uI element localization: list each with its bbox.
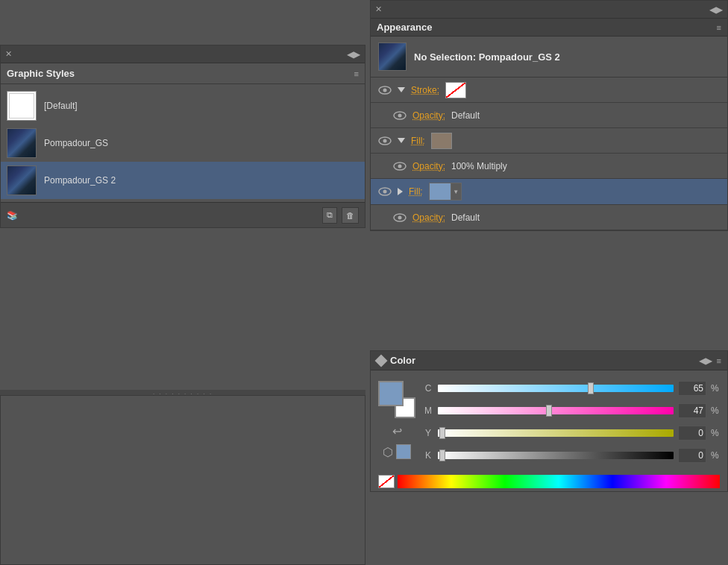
- color-panel: Color ◀▶ ≡ ↩ ⬡ C: [370, 350, 728, 492]
- fill2-label[interactable]: Fill:: [409, 186, 423, 197]
- fill1-opacity-value: 100% Multiply: [451, 161, 507, 171]
- appearance-fill2-opacity-row: Opacity: Default: [371, 205, 727, 230]
- fill1-opacity-visibility-icon[interactable]: [393, 161, 407, 171]
- k-slider-track[interactable]: [438, 452, 674, 459]
- close-icon[interactable]: ✕: [5, 49, 12, 59]
- style-label: [Default]: [44, 101, 78, 111]
- fill2-visibility-icon[interactable]: [378, 186, 392, 197]
- fill2-opacity-visibility-icon[interactable]: [393, 212, 407, 223]
- y-value-input[interactable]: [678, 426, 706, 441]
- fill2-color-swatch: [430, 183, 451, 200]
- style-thumbnail-default: [7, 91, 37, 121]
- stroke-color-swatch[interactable]: [445, 82, 466, 98]
- appearance-stroke-opacity-row: Opacity: Default: [371, 103, 727, 128]
- color-spectrum-strip[interactable]: [371, 472, 727, 491]
- appearance-close-icon[interactable]: ✕: [375, 4, 382, 14]
- svg-point-3: [398, 113, 402, 117]
- stroke-opacity-visibility-icon[interactable]: [393, 110, 407, 121]
- fill1-visibility-icon[interactable]: [378, 136, 392, 146]
- y-slider-row: Y %: [423, 424, 720, 442]
- k-slider-thumb[interactable]: [439, 449, 445, 461]
- c-value-input[interactable]: [678, 381, 706, 396]
- c-slider-track[interactable]: [438, 385, 674, 392]
- y-slider-thumb[interactable]: [439, 427, 445, 439]
- appearance-collapse-icon[interactable]: ◀▶: [709, 4, 723, 15]
- fill2-expand-icon[interactable]: [398, 188, 403, 195]
- appearance-stroke-row: Stroke:: [371, 78, 727, 103]
- fill1-label[interactable]: Fill:: [411, 136, 425, 146]
- appearance-menu-icons: ◀▶: [709, 4, 723, 15]
- m-slider-track[interactable]: [438, 407, 674, 414]
- appearance-menu-button[interactable]: ≡: [717, 23, 721, 32]
- svg-point-5: [383, 139, 387, 142]
- color-mode-cube-icon[interactable]: ⬡: [383, 445, 393, 459]
- list-item[interactable]: [Default]: [1, 87, 365, 124]
- none-color-swatch[interactable]: [378, 475, 395, 488]
- appearance-fill2-row: Fill: ▼: [371, 179, 727, 205]
- color-panel-header: Color ◀▶ ≡: [371, 351, 727, 370]
- fill2-opacity-label[interactable]: Opacity:: [412, 212, 445, 223]
- fg-bg-swatches[interactable]: [378, 381, 415, 418]
- panel-menu-button[interactable]: ≡: [354, 69, 359, 78]
- stroke-expand-icon[interactable]: [398, 87, 405, 92]
- appearance-thumbnail: [378, 42, 407, 71]
- list-item[interactable]: Pompadour_GS 2: [1, 162, 365, 199]
- fill1-expand-icon[interactable]: [398, 138, 405, 143]
- m-value-input[interactable]: [678, 403, 706, 418]
- style-thumbnail-pompadour: [7, 128, 37, 158]
- duplicate-style-button[interactable]: ⧉: [322, 207, 337, 224]
- k-value-input[interactable]: [678, 448, 706, 463]
- style-thumbnail-pompadour2: [7, 165, 37, 195]
- color-collapse-icon[interactable]: ◀▶: [699, 356, 712, 366]
- graphic-styles-title: Graphic Styles: [7, 68, 75, 79]
- appearance-titlebar: ✕ ◀▶: [371, 1, 727, 19]
- footer-right: ⧉ 🗑: [322, 207, 359, 224]
- m-slider-thumb[interactable]: [546, 405, 552, 417]
- graphic-styles-header: Graphic Styles ≡: [1, 63, 365, 84]
- collapse-icon[interactable]: ◀▶: [347, 49, 360, 60]
- c-slider-row: C %: [423, 379, 720, 397]
- k-slider-label: K: [423, 450, 433, 461]
- svg-point-9: [383, 190, 387, 194]
- appearance-panel: ✕ ◀▶ Appearance ≡ No Selection: Pompadou…: [370, 0, 728, 231]
- graphic-styles-titlebar: ✕ ◀▶: [1, 45, 365, 63]
- foreground-swatch[interactable]: [378, 381, 404, 406]
- m-slider-label: M: [423, 405, 433, 416]
- fill2-color-swatch-dropdown[interactable]: ▼: [429, 183, 462, 201]
- panel-menu-icons: ◀▶: [347, 49, 360, 60]
- y-slider-track[interactable]: [438, 429, 674, 437]
- svg-point-1: [383, 88, 387, 92]
- stroke-label[interactable]: Stroke:: [411, 85, 439, 95]
- library-icon[interactable]: 📚: [7, 210, 18, 221]
- swap-colors-icon[interactable]: ↩: [392, 424, 402, 438]
- appearance-fill1-opacity-row: Opacity: 100% Multiply: [371, 154, 727, 179]
- color-menu-button[interactable]: ≡: [717, 356, 721, 365]
- m-slider-row: M %: [423, 402, 720, 420]
- fill1-color-swatch[interactable]: [431, 133, 452, 149]
- list-item[interactable]: Pompadour_GS: [1, 124, 365, 162]
- fill2-opacity-value: Default: [451, 212, 480, 223]
- footer-left: 📚: [7, 210, 18, 221]
- graphic-styles-footer: 📚 ⧉ 🗑: [1, 202, 365, 227]
- graphic-styles-panel: ✕ ◀▶ Graphic Styles ≡ [Default] Pompadou…: [0, 45, 365, 228]
- appearance-fill1-row: Fill:: [371, 128, 727, 154]
- left-bottom-area: [0, 395, 365, 565]
- c-slider-thumb[interactable]: [588, 382, 594, 394]
- stroke-opacity-value: Default: [451, 110, 480, 121]
- color-panel-title: Color: [390, 355, 415, 366]
- appearance-panel-title: Appearance: [377, 22, 432, 33]
- swatch-dropdown-arrow[interactable]: ▼: [451, 183, 461, 200]
- color-panel-title-row: Color: [377, 355, 415, 366]
- fill1-opacity-label[interactable]: Opacity:: [412, 161, 445, 171]
- svg-point-11: [398, 215, 402, 219]
- style-label: Pompadour_GS: [44, 138, 108, 148]
- active-color-swatch[interactable]: [396, 444, 411, 459]
- delete-style-button[interactable]: 🗑: [342, 207, 359, 224]
- stroke-opacity-label[interactable]: Opacity:: [412, 110, 445, 121]
- k-slider-row: K %: [423, 446, 720, 464]
- appearance-header-row: No Selection: Pompadour_GS 2: [371, 37, 727, 78]
- y-unit: %: [711, 428, 720, 438]
- color-spectrum[interactable]: [398, 475, 720, 488]
- svg-point-7: [398, 164, 402, 168]
- stroke-visibility-icon[interactable]: [378, 85, 392, 95]
